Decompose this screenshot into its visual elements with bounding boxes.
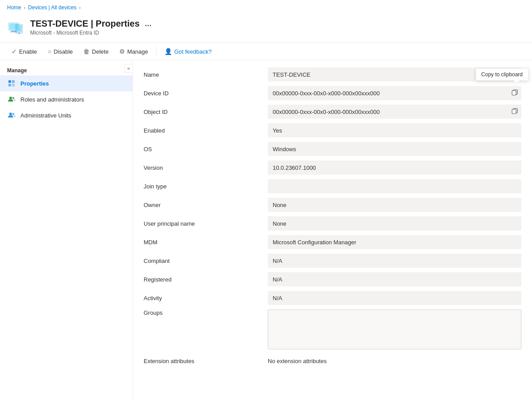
form-row-upn: User principal name [144,216,521,231]
value-groups [268,309,521,349]
svg-rect-10 [12,84,15,86]
form-row-mdm: MDM [144,235,521,249]
more-options-button[interactable]: ... [145,19,152,28]
form-row-activity: Activity [144,291,521,305]
form-row-owner: Owner [144,198,521,212]
label-join-type: Join type [144,183,268,190]
sidebar: « Manage Properties Roles and administra… [0,60,133,399]
value-upn [268,216,521,231]
svg-rect-9 [8,84,11,86]
svg-point-12 [12,97,15,99]
sidebar-item-properties[interactable]: Properties [0,75,133,91]
label-mdm: MDM [144,239,268,246]
label-os: OS [144,146,268,153]
admin-units-icon [7,111,16,120]
delete-icon: 🗑 [83,48,90,55]
extension-value: No extension attributes [268,358,327,364]
input-name [268,67,521,82]
page-title: TEST-DEVICE | Properties ... [30,19,152,29]
svg-rect-18 [512,110,516,114]
form-row-enabled: Enabled [144,123,521,137]
svg-point-13 [9,113,12,115]
svg-rect-7 [8,80,11,83]
input-device-id [268,86,521,100]
label-version: Version [144,164,268,171]
svg-rect-16 [512,91,516,95]
breadcrumb-chevron-1: › [24,5,25,10]
input-owner [268,198,521,212]
svg-rect-8 [12,80,15,83]
form-row-os: OS [144,142,521,156]
value-enabled [268,123,521,137]
label-owner: Owner [144,202,268,208]
svg-rect-5 [16,25,22,31]
label-name: Name [144,71,268,78]
manage-button[interactable]: ⚙ Manage [115,46,153,57]
disable-icon: ○ [47,48,51,55]
enable-icon: ✓ [12,48,17,55]
form-row-extension: Extension attributes No extension attrib… [144,354,521,368]
main-layout: « Manage Properties Roles and administra… [0,60,532,399]
enable-button[interactable]: ✓ Enable [7,46,41,57]
label-groups: Groups [144,309,268,316]
breadcrumb-home[interactable]: Home [7,4,21,11]
value-extension: No extension attributes [268,358,521,364]
label-compliant: Compliant [144,258,268,264]
input-registered [268,272,521,286]
object-id-wrapper [268,105,521,119]
input-activity [268,291,521,305]
sidebar-item-admin-units[interactable]: Administrative Units [0,107,133,123]
toolbar: ✓ Enable ○ Disable 🗑 Delete ⚙ Manage 👤 G… [0,43,532,60]
input-os [268,142,521,156]
input-object-id [268,105,521,119]
copy-object-id-button[interactable] [511,107,519,117]
disable-button[interactable]: ○ Disable [43,46,77,57]
input-compliant [268,254,521,268]
label-extension: Extension attributes [144,358,268,364]
toolbar-separator [156,46,156,57]
page-header: TEST-DEVICE | Properties ... Microsoft -… [0,15,532,43]
sidebar-manage-title: Manage [0,64,133,75]
value-activity [268,291,521,305]
value-os [268,142,521,156]
value-object-id [268,105,521,119]
input-groups [268,309,521,349]
sidebar-collapse-button[interactable]: « [124,64,133,73]
value-name [268,67,521,82]
copy-device-id-button[interactable] [511,89,519,98]
input-join-type [268,179,521,193]
form-row-groups: Groups [144,309,521,349]
delete-button[interactable]: 🗑 Delete [79,46,113,57]
input-upn [268,216,521,231]
label-object-id: Object ID [144,109,268,115]
roles-icon [7,95,16,104]
form-row-version: Version [144,160,521,175]
form-row-device-id: Device ID Copy to clipboard [144,86,521,100]
page-subtitle: Microsoft - Microsoft Entra ID [30,30,152,36]
value-owner [268,198,521,212]
value-compliant [268,254,521,268]
device-icon [7,20,25,37]
breadcrumb-devices[interactable]: Devices | All devices [28,4,76,11]
breadcrumb: Home › Devices | All devices › [0,0,532,15]
value-registered [268,272,521,286]
header-text: TEST-DEVICE | Properties ... Microsoft -… [30,19,152,36]
label-upn: User principal name [144,220,268,227]
form-row-compliant: Compliant [144,254,521,268]
value-device-id: Copy to clipboard [268,86,521,100]
device-id-wrapper: Copy to clipboard [268,86,521,100]
input-mdm [268,235,521,249]
manage-icon: ⚙ [119,48,125,55]
label-activity: Activity [144,295,268,301]
breadcrumb-chevron-2: › [79,5,81,10]
sidebar-item-admin-units-label: Administrative Units [20,112,71,119]
sidebar-item-roles[interactable]: Roles and administrators [0,91,133,107]
value-mdm [268,235,521,249]
feedback-button[interactable]: 👤 Got feedback? [160,46,216,57]
input-enabled [268,123,521,137]
form-row-name: Name [144,67,521,82]
sidebar-item-roles-label: Roles and administrators [20,96,84,103]
value-join-type [268,179,521,193]
label-enabled: Enabled [144,127,268,134]
svg-point-6 [19,33,20,34]
